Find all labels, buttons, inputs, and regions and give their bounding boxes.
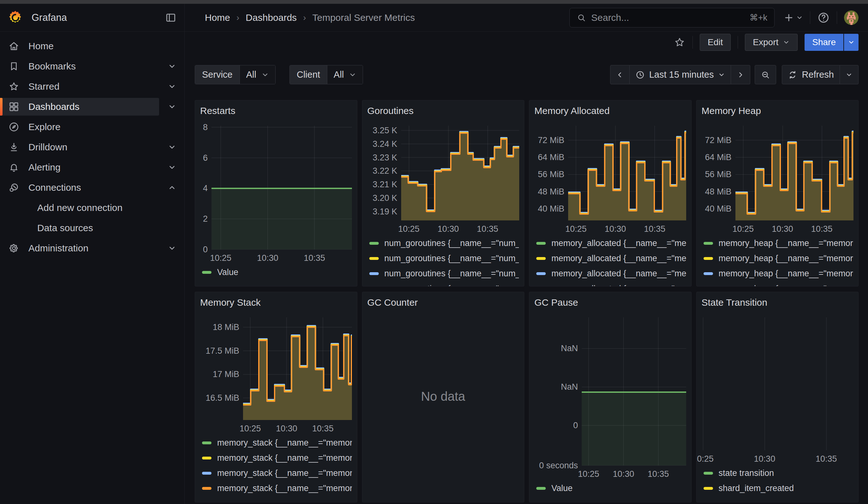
legend-swatch bbox=[202, 472, 211, 475]
legend: state transitionshard_item_created bbox=[702, 464, 854, 502]
filter-value[interactable]: All bbox=[327, 65, 363, 84]
search-input[interactable] bbox=[591, 12, 750, 23]
sidebar-item-administration[interactable]: Administration bbox=[0, 239, 184, 257]
y-axis-label: 72 MiB bbox=[538, 135, 564, 145]
legend-swatch bbox=[536, 257, 546, 260]
filter-value[interactable]: All bbox=[240, 65, 275, 84]
y-axis-label: 56 MiB bbox=[538, 169, 564, 179]
time-back-button[interactable] bbox=[610, 65, 630, 84]
legend-item[interactable]: num_goroutines {__name__="num_go bbox=[369, 237, 519, 249]
legend-item[interactable]: memory_heap {__name__="memory_h bbox=[704, 267, 854, 280]
chart-canvas[interactable] bbox=[735, 126, 854, 220]
zoom-out-button[interactable] bbox=[755, 65, 776, 84]
x-axis-label: 10:25 bbox=[210, 253, 232, 263]
sidebar-item-home[interactable]: Home bbox=[0, 37, 184, 55]
legend-item[interactable]: memory_heap {__name__="memory_h bbox=[704, 282, 854, 286]
panel-restarts: Restarts8642010:2510:3010:35Value bbox=[195, 100, 357, 286]
legend-item[interactable]: state transition bbox=[704, 467, 854, 480]
legend-item[interactable]: memory_stack {__name__="memory_s bbox=[202, 436, 352, 449]
favorite-star-icon[interactable] bbox=[674, 36, 685, 48]
chart-canvas[interactable] bbox=[568, 126, 686, 220]
breadcrumb-separator: › bbox=[303, 13, 306, 23]
main-header: Home›Dashboards›Temporal Server Metrics … bbox=[185, 4, 868, 32]
zoom-out-icon bbox=[761, 70, 770, 80]
panel-title[interactable]: Restarts bbox=[200, 104, 352, 118]
sidebar-item-data-sources[interactable]: Data sources bbox=[0, 219, 184, 237]
legend-item[interactable]: memory_stack {__name__="memory_s bbox=[202, 482, 352, 495]
legend-label: memory_allocated {__name__="memo bbox=[551, 254, 686, 263]
sidebar-item-label: Administration bbox=[28, 243, 89, 254]
legend-item[interactable]: Value bbox=[536, 482, 686, 495]
sidebar-item-dashboards[interactable]: Dashboards bbox=[0, 98, 184, 116]
legend-item[interactable]: num_goroutines {__name__="num_go bbox=[369, 282, 519, 286]
legend-item[interactable]: memory_allocated {__name__="memo bbox=[536, 252, 686, 265]
sidebar-item-label: Home bbox=[28, 41, 54, 51]
search-box[interactable]: ⌘+k bbox=[569, 8, 775, 28]
legend-item[interactable]: memory_allocated {__name__="memo bbox=[536, 267, 686, 280]
sidebar-item-connections[interactable]: Connections bbox=[0, 179, 184, 196]
refresh-interval-button[interactable] bbox=[840, 65, 859, 84]
edit-button[interactable]: Edit bbox=[700, 34, 731, 51]
export-button[interactable]: Export bbox=[745, 34, 798, 51]
sidebar-item-drilldown[interactable]: Drilldown bbox=[0, 138, 184, 156]
filter-client[interactable]: ClientAll bbox=[289, 65, 363, 84]
panel-goroutines: Goroutines3.25 K3.24 K3.23 K3.22 K3.21 K… bbox=[362, 100, 525, 286]
sidebar-toggle-icon[interactable] bbox=[165, 12, 177, 24]
share-dropdown-button[interactable] bbox=[844, 34, 859, 51]
refresh-button[interactable]: Refresh bbox=[782, 65, 840, 84]
apps-icon bbox=[8, 101, 20, 112]
panel-title[interactable]: GC Counter bbox=[368, 296, 519, 310]
chart-canvas[interactable] bbox=[401, 126, 519, 220]
legend-item[interactable]: memory_allocated {__name__="memo bbox=[536, 237, 686, 249]
sidebar-item-alerting[interactable]: Alerting bbox=[0, 158, 184, 176]
x-axis-label: 10:25 bbox=[565, 224, 587, 234]
sidebar-item-bookmarks[interactable]: Bookmarks bbox=[0, 58, 184, 75]
legend-swatch bbox=[536, 272, 546, 275]
bell-icon bbox=[8, 162, 20, 173]
legend-item[interactable]: memory_heap {__name__="memory_h bbox=[704, 252, 854, 265]
x-axis: 10:2510:3010:35 bbox=[568, 220, 686, 234]
chart-canvas[interactable] bbox=[243, 317, 352, 420]
avatar[interactable] bbox=[844, 10, 859, 25]
sidebar-item-add-new-connection[interactable]: Add new connection bbox=[0, 199, 184, 217]
add-new-button[interactable] bbox=[783, 12, 803, 23]
legend-item[interactable]: shard_item_created bbox=[704, 482, 854, 495]
legend-label: memory_heap {__name__="memory_h bbox=[719, 238, 854, 248]
legend-item[interactable]: memory_stack {__name__="memory_s bbox=[202, 467, 352, 480]
chart-canvas[interactable] bbox=[696, 317, 859, 450]
panel-title[interactable]: Memory Heap bbox=[702, 104, 854, 118]
legend-label: memory_stack {__name__="memory_s bbox=[217, 468, 352, 478]
panel-gc-counter: GC CounterNo data bbox=[362, 292, 525, 502]
chart-area: 3.25 K3.24 K3.23 K3.22 K3.21 K3.20 K3.19… bbox=[368, 126, 519, 234]
help-icon[interactable] bbox=[817, 11, 830, 24]
chevron-down-icon bbox=[846, 71, 852, 78]
breadcrumb-item[interactable]: Dashboards bbox=[246, 12, 297, 23]
legend-item[interactable]: num_goroutines {__name__="num_go bbox=[369, 267, 519, 280]
sidebar-item-starred[interactable]: Starred bbox=[0, 78, 184, 95]
chevron-down-icon bbox=[261, 71, 269, 79]
y-axis-label: 17 MiB bbox=[213, 369, 239, 379]
filter-service[interactable]: ServiceAll bbox=[195, 65, 276, 84]
x-axis-label: 10:30 bbox=[276, 424, 297, 434]
panel-title[interactable]: Memory Stack bbox=[200, 296, 352, 310]
sidebar-item-explore[interactable]: Explore bbox=[0, 118, 184, 136]
legend-item[interactable]: Value bbox=[202, 266, 352, 278]
legend-item[interactable]: num_goroutines {__name__="num_go bbox=[369, 252, 519, 265]
panel-title[interactable]: GC Pause bbox=[534, 296, 686, 310]
time-range-picker[interactable]: Last 15 minutes bbox=[630, 65, 731, 84]
time-forward-button[interactable] bbox=[731, 65, 750, 84]
legend-item[interactable]: memory_stack {__name__="memory_s bbox=[202, 452, 352, 464]
chart-canvas[interactable] bbox=[211, 126, 352, 249]
legend-item[interactable]: memory_heap {__name__="memory_h bbox=[704, 237, 854, 249]
breadcrumb-item[interactable]: Home bbox=[205, 12, 230, 23]
panel-title[interactable]: Goroutines bbox=[368, 104, 519, 118]
chart-canvas[interactable] bbox=[582, 317, 686, 465]
share-button[interactable]: Share bbox=[805, 34, 844, 51]
window-top-strip bbox=[0, 0, 868, 4]
grafana-logo-icon[interactable] bbox=[8, 10, 23, 25]
legend-item[interactable]: memory_allocated {__name__="memo bbox=[536, 282, 686, 286]
home-icon bbox=[8, 40, 20, 52]
panel-title[interactable]: State Transition bbox=[702, 296, 854, 310]
y-axis-label: 72 MiB bbox=[705, 135, 731, 145]
panel-title[interactable]: Memory Allocated bbox=[534, 104, 686, 118]
